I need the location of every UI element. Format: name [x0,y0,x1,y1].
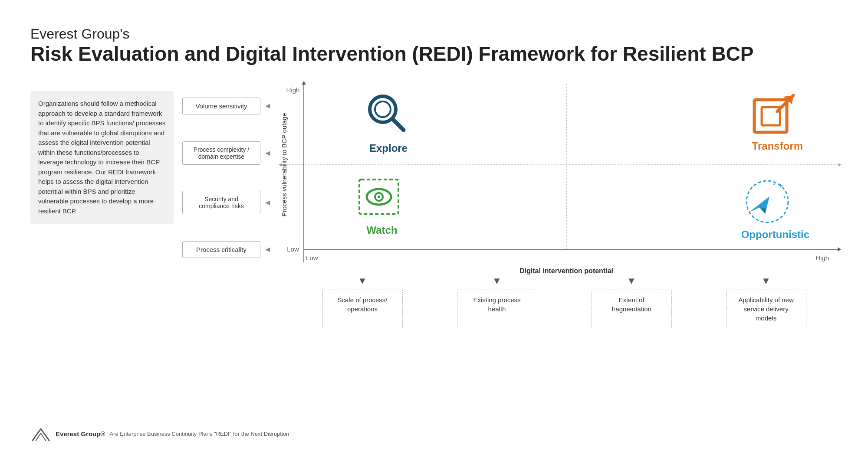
factor-row-complexity: Process complexity /domain expertise ◄ [182,141,272,165]
svg-marker-30 [750,196,769,214]
bottom-box-applicability: Applicability of new service delivery mo… [726,290,806,328]
transform-label: Transform [752,140,803,152]
svg-text:Process vulnerability to BCP o: Process vulnerability to BCP outage [280,113,288,216]
opportunistic-quadrant: ✦ ✦ ✦ Opportunistic [741,179,809,241]
description-text: Organizations should follow a methodical… [38,100,165,215]
title-line2: Risk Evaluation and Digital Intervention… [30,42,754,65]
down-arrow-1: ▼ [322,275,403,287]
description-box: Organizations should follow a methodical… [30,91,174,224]
factor-box-criticality: Process criticality [182,241,260,258]
svg-marker-7 [838,163,841,167]
svg-point-16 [375,101,391,117]
factor-labels: Volume sensitivity ◄ Process complexity … [182,89,272,258]
explore-label: Explore [365,142,412,154]
svg-text:High: High [815,254,829,261]
down-arrow-3: ▼ [592,275,672,287]
arrow-criticality: ◄ [264,245,272,254]
factor-row-criticality: Process criticality ◄ [182,241,272,258]
footer: Everest Group® Are Enterprise Business C… [30,425,289,442]
transform-icon [752,89,800,137]
svg-marker-1 [302,81,306,85]
opportunistic-icon: ✦ ✦ ✦ [741,179,793,227]
watch-quadrant: Watch [358,178,406,236]
bottom-box-fragmentation: Extent of fragmentation [592,290,672,328]
arrow-volume: ◄ [264,101,272,111]
factor-row-security: Security andcompliance risks ◄ [182,191,272,214]
bottom-box-health: Existing process health [457,290,537,328]
factor-box-volume: Volume sensitivity [182,98,260,114]
svg-text:Low: Low [287,245,299,253]
chart-area: High Low Low High Process vulnerability … [278,80,842,275]
svg-text:✦: ✦ [778,182,783,189]
bottom-box-scale: Scale of process/ operations [322,290,403,328]
footer-text: Are Enterprise Business Continuity Plans… [109,431,289,437]
title-line1: Everest Group's [30,26,754,42]
explore-icon [365,91,412,139]
footer-brand: Everest Group® [56,430,105,438]
factor-box-security: Security andcompliance risks [182,191,260,214]
arrow-security: ◄ [264,198,272,207]
transform-quadrant: Transform [752,89,803,152]
opportunistic-label: Opportunistic [741,229,809,241]
footer-logo-icon [30,425,51,442]
factor-box-complexity: Process complexity /domain expertise [182,141,260,165]
watch-icon [358,178,406,222]
factor-row-volume: Volume sensitivity ◄ [182,98,272,114]
svg-text:Low: Low [306,254,318,261]
arrow-complexity: ◄ [264,149,272,158]
down-arrow-2: ▼ [457,275,537,287]
bottom-factors: Scale of process/ operations Existing pr… [295,290,833,328]
svg-text:Digital intervention potential: Digital intervention potential [519,267,613,274]
svg-text:High: High [286,86,300,94]
explore-quadrant: Explore [365,91,412,154]
svg-rect-18 [754,100,787,132]
main-title: Everest Group's Risk Evaluation and Digi… [30,26,754,65]
svg-text:✦: ✦ [773,182,776,186]
svg-marker-3 [838,247,841,251]
svg-point-25 [378,196,380,198]
down-arrows-row: ▼ ▼ ▼ ▼ [295,275,833,287]
svg-line-17 [392,119,404,130]
watch-label: Watch [358,224,406,236]
down-arrow-4: ▼ [726,275,806,287]
svg-text:✦: ✦ [783,195,786,199]
